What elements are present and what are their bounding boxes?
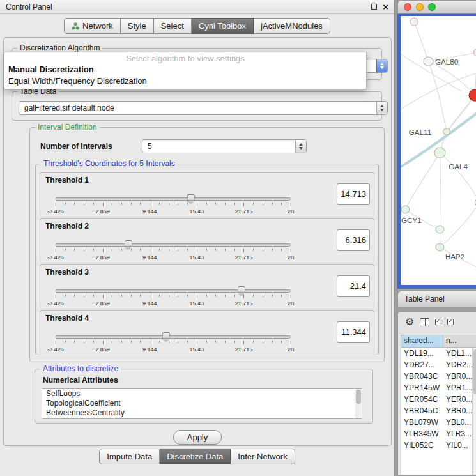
- tab-cyni-toolbox[interactable]: Cyni Toolbox: [192, 18, 254, 34]
- scale-label: 21.715: [235, 300, 253, 307]
- algorithm-options: Manual DiscretizationEqual Width/Frequen…: [4, 64, 366, 87]
- threshold-slider[interactable]: -3.4262.8599.14415.4321.71528: [56, 240, 291, 261]
- network-node[interactable]: [401, 206, 410, 213]
- table-data-combobox-value: galFiltered.sif default node: [24, 104, 114, 112]
- popup-prompt: Select algorithm to view settings: [4, 52, 366, 64]
- slider-track: [56, 335, 291, 339]
- tab-jactivemnodules[interactable]: jActiveMNodules: [254, 18, 330, 34]
- table-row[interactable]: YER054CYER0...: [401, 394, 476, 405]
- network-window-titlebar: [397, 0, 476, 14]
- table-row[interactable]: YBR045CYBR0...: [401, 405, 476, 417]
- table-row[interactable]: YIL052CYIL0...: [401, 440, 476, 451]
- numerical-attribute-item[interactable]: BetweennessCentrality: [42, 408, 362, 418]
- table-row[interactable]: YDR27...YDR2...: [401, 359, 476, 371]
- tab-select[interactable]: Select: [154, 18, 192, 34]
- network-node[interactable]: [436, 226, 444, 233]
- tab-network[interactable]: Network: [64, 18, 121, 34]
- numerical-attribute-item[interactable]: SelfLoops: [42, 389, 362, 399]
- scale-label: 2.859: [95, 208, 110, 215]
- table-row[interactable]: YDL19...YDL1...: [401, 348, 476, 359]
- algorithm-option[interactable]: Equal Width/Frequency Discretization: [4, 75, 366, 87]
- threshold-value-field[interactable]: 11.344: [337, 321, 370, 343]
- float-window-icon[interactable]: [371, 4, 377, 10]
- group-title-algorithm: Discretization Algorithm: [17, 43, 102, 52]
- threshold-slider[interactable]: -3.4262.8599.14415.4321.71528: [56, 286, 291, 307]
- table-scrollbar[interactable]: [472, 348, 476, 475]
- slider-thumb-icon[interactable]: [162, 332, 170, 338]
- network-node[interactable]: [443, 128, 450, 135]
- slider-ticks: [56, 249, 291, 254]
- table-cell: YBL079W: [401, 417, 443, 428]
- table-data-combobox[interactable]: galFiltered.sif default node: [19, 101, 388, 115]
- thresholds-group: Threshold's Coordinates for 5 Intervals …: [35, 164, 379, 355]
- network-node[interactable]: [469, 89, 476, 101]
- slider-thumb-icon[interactable]: [187, 194, 196, 200]
- tab-label: Select: [161, 21, 184, 31]
- close-icon[interactable]: ×: [383, 2, 388, 12]
- column-header-shared-name[interactable]: shared...: [401, 335, 443, 347]
- table-scrollbar-thumb[interactable]: [473, 349, 476, 394]
- scale-label: -3.426: [47, 254, 64, 261]
- numerical-attribute-item[interactable]: TopologicalCoefficient: [42, 399, 362, 408]
- num-intervals-label: Number of Intervals: [40, 142, 112, 151]
- threshold-panel: Threshold 1-3.4262.8599.14415.4321.71528…: [40, 172, 374, 215]
- algorithm-option[interactable]: Manual Discretization: [4, 64, 366, 75]
- table-columns-icon[interactable]: [420, 318, 429, 326]
- checkbox-icon[interactable]: [447, 319, 454, 325]
- threshold-label: Threshold 4: [45, 314, 89, 323]
- minimize-traffic-light-icon[interactable]: [416, 3, 424, 11]
- network-icon: [72, 22, 79, 30]
- table-row[interactable]: YBR043CYBR0...: [401, 371, 476, 382]
- slider-track: [56, 289, 291, 293]
- threshold-slider[interactable]: -3.4262.8599.14415.4321.71528: [56, 332, 291, 353]
- threshold-value-field[interactable]: 21.4: [337, 275, 370, 297]
- table-data-group: Table Data galFiltered.sif default node: [12, 91, 382, 121]
- table-cell: YDR27...: [401, 359, 443, 371]
- table-row[interactable]: YPR145WYPR1...: [401, 382, 476, 394]
- slider-thumb-icon[interactable]: [125, 240, 133, 246]
- threshold-value-field[interactable]: 6.316: [337, 229, 370, 251]
- scale-label: 9.144: [142, 300, 157, 307]
- close-traffic-light-icon[interactable]: [404, 3, 411, 11]
- network-node[interactable]: [434, 148, 445, 158]
- column-header-name[interactable]: n...: [443, 335, 476, 347]
- table-cell: YBL0...: [443, 417, 476, 428]
- table-panel-titlebar: Table Panel: [397, 291, 476, 307]
- node-table: shared... n... YDL19...YDL1...YDR27...YD…: [401, 335, 476, 475]
- control-panel-titlebar: Control Panel ×: [0, 0, 394, 14]
- scale-label: 15.43: [190, 346, 204, 353]
- threshold-value-field[interactable]: 14.713: [337, 183, 370, 205]
- network-canvas[interactable]: GAL80GAL11GAL4GCY1HAP2: [401, 16, 476, 285]
- network-node[interactable]: [436, 243, 444, 251]
- network-node[interactable]: [473, 49, 476, 56]
- tab-impute-data[interactable]: Impute Data: [99, 449, 160, 464]
- slider-track: [56, 197, 291, 201]
- gear-icon[interactable]: ⚙: [405, 317, 414, 327]
- checkbox-icon[interactable]: [435, 319, 441, 325]
- tab-infer-network[interactable]: Infer Network: [231, 449, 295, 464]
- apply-button[interactable]: Apply: [173, 430, 222, 445]
- tab-discretize-data[interactable]: Discretize Data: [160, 449, 231, 464]
- slider-thumb-icon[interactable]: [237, 286, 245, 292]
- table-cell: YBR043C: [401, 371, 443, 382]
- list-scrollbar[interactable]: [355, 389, 362, 418]
- scale-label: 2.859: [95, 254, 110, 261]
- table-cell: YBR0...: [443, 405, 476, 417]
- network-node[interactable]: [424, 57, 433, 66]
- num-intervals-combobox[interactable]: 5: [142, 139, 307, 153]
- table-row[interactable]: YBL079WYBL0...: [401, 417, 476, 428]
- table-row[interactable]: YLR345WYLR3...: [401, 428, 476, 440]
- network-node[interactable]: [410, 18, 418, 26]
- scale-label: 9.144: [142, 208, 157, 215]
- node-label: GAL11: [409, 128, 431, 136]
- combo-stepper-icon: [376, 59, 387, 72]
- tab-style[interactable]: Style: [121, 18, 154, 34]
- zoom-traffic-light-icon[interactable]: [428, 3, 436, 11]
- num-intervals-value: 5: [148, 142, 152, 151]
- table-cell: YDL1...: [443, 348, 476, 359]
- group-title-thresholds: Threshold's Coordinates for 5 Intervals: [41, 159, 178, 168]
- cyni-toolbox-panel: Discretization Algorithm Select algorith…: [3, 37, 392, 446]
- scale-label: 15.43: [190, 300, 204, 307]
- list-scrollbar-thumb[interactable]: [356, 390, 361, 404]
- threshold-slider[interactable]: -3.4262.8599.14415.4321.71528: [56, 194, 291, 215]
